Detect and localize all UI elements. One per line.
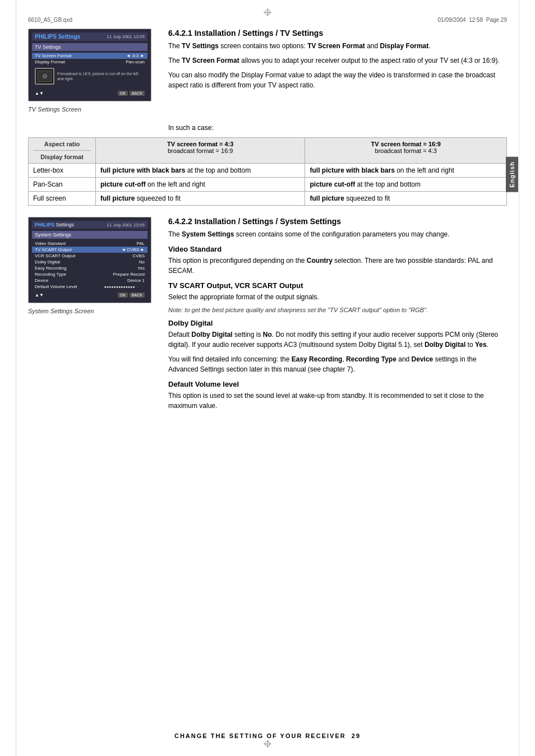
- sm-vcrscart-label: VCR SCART Output: [35, 253, 75, 258]
- table-row-panscan: Pan-Scan picture cut-off on the left and…: [29, 178, 507, 192]
- back-btn[interactable]: BACK: [130, 91, 145, 96]
- sm-row-vcrscart: VCR SCART Output CVBS: [32, 253, 147, 259]
- sm-rectype-val: Prepare Record: [113, 272, 145, 277]
- sm-device-label: Device: [35, 278, 48, 283]
- section-642-1-heading: 6.4.2.1 Installation / Settings / TV Set…: [168, 29, 507, 38]
- sm-header: PHILIPS Settings 11 July 2001 13:05: [32, 221, 147, 229]
- tv-row-1-controls: ◄ 4:3 ►: [126, 53, 145, 58]
- sm-ok-btn[interactable]: OK: [118, 293, 128, 298]
- sm-dolby-label: Dolby Digital: [35, 259, 60, 265]
- tv-row-2-label: Display Format: [35, 59, 65, 64]
- sm-dolby-val: No: [139, 259, 145, 265]
- header-filename: 6610_A5_GB.qxd: [28, 17, 72, 23]
- bottom-section: PHILIPS Settings 11 July 2001 13:05 Syst…: [28, 217, 507, 415]
- table-row-fullscreen-col1: full picture squeezed to fit: [96, 192, 305, 206]
- tv-scart-note: Note: to get the best picture quality an…: [168, 307, 507, 313]
- english-tab-container: English: [506, 157, 518, 192]
- sm-nav: ▲▼: [35, 293, 44, 298]
- mockup-footer: ▲▼ OK BACK: [32, 89, 147, 98]
- table-row-fullscreen: Full screen full picture squeezed to fit…: [29, 192, 507, 206]
- sm-row-tvscart: TV SCART Output ◄ CVBS ►: [32, 247, 147, 253]
- sm-btns: OK BACK: [118, 293, 145, 298]
- sm-back-btn[interactable]: BACK: [130, 293, 145, 298]
- page: 6610_A5_GB.qxd 01/09/2004 12:58 Page 29 …: [0, 0, 535, 756]
- sm-rectype-label: Recording Type: [35, 272, 66, 277]
- dolby-text-1: Default Dolby Digital setting is No. Do …: [168, 330, 507, 350]
- right-text-top: 6.4.2.1 Installation / Settings / TV Set…: [168, 29, 507, 95]
- table-row-panscan-label: Pan-Scan: [29, 178, 96, 192]
- sm-device-val: Device 1: [127, 278, 145, 283]
- english-tab: English: [506, 157, 518, 192]
- section-642-2-intro: The System Settings screen contains some…: [168, 229, 507, 239]
- registration-mark-top: [264, 8, 271, 16]
- sm-vcrscart-val: CVBS: [132, 253, 145, 258]
- sm-easyrec-label: Easy Recording: [35, 266, 66, 271]
- sm-row-easyrec: Easy Recording Yes: [32, 265, 147, 271]
- tv-screen: [38, 71, 52, 82]
- table-col2-header: TV screen format = 16:9 broadcast format…: [305, 138, 507, 164]
- tv-section-title: TV Settings: [32, 43, 147, 51]
- mockup-nav: ▲▼: [35, 91, 44, 96]
- page-footer: CHANGE THE SETTING OF YOUR RECEIVER 29: [0, 732, 535, 739]
- tv-settings-mockup: PHILIPS Settings 11 July 2001 13:05 TV S…: [28, 29, 151, 101]
- sub-tv-scart: TV SCART Output, VCR SCART Output: [168, 281, 507, 290]
- table-row-letterbox-col1: full picture with black bars at the top …: [96, 164, 305, 178]
- table-row-letterbox: Letter-box full picture with black bars …: [29, 164, 507, 178]
- system-settings-mockup: PHILIPS Settings 11 July 2001 13:05 Syst…: [28, 217, 151, 303]
- sm-tvscart-controls: ◄ CVBS ►: [121, 247, 145, 252]
- sm-volume-label: Default Volume Level: [35, 284, 77, 289]
- default-vol-text: This option is used to set the sound lev…: [168, 391, 507, 411]
- sm-datetime: 11 July 2001 13:05: [107, 222, 145, 228]
- margin-line-right: [519, 0, 519, 756]
- table-row-fullscreen-col2: full picture squeezed to fit: [305, 192, 507, 206]
- sm-row-video: Video Standard PAL: [32, 240, 147, 247]
- ok-btn[interactable]: OK: [118, 91, 128, 96]
- mockup-body: If broadcast is 16:9, picture is cut off…: [32, 65, 147, 87]
- table-col1-header: TV screen format = 4:3 broadcast format …: [96, 138, 305, 164]
- tv-row-2: Display Format Pan-scan: [32, 59, 147, 65]
- sub-default-vol: Default Volume level: [168, 380, 507, 388]
- table-corner: Aspect ratio Display format: [29, 138, 96, 164]
- table-row-panscan-col2: picture cut-off at the top and bottom: [305, 178, 507, 192]
- tv-row-2-value: Pan-scan: [126, 59, 145, 64]
- header-bar: 6610_A5_GB.qxd 01/09/2004 12:58 Page 29: [28, 17, 507, 23]
- video-standard-text: This option is preconfigured depending o…: [168, 256, 507, 276]
- sm-brand: PHILIPS Settings: [35, 222, 74, 228]
- sm-tvscart-label: TV SCART Output: [35, 247, 72, 252]
- circle-reg-top: [265, 10, 270, 15]
- sm-section-title: System Settings: [32, 231, 147, 239]
- system-screen-label: System Settings Screen: [28, 308, 157, 314]
- crosshair-bottom: [264, 740, 271, 748]
- mockup-btns: OK BACK: [118, 91, 145, 96]
- aspect-table: Aspect ratio Display format TV screen fo…: [28, 137, 507, 206]
- header-datetime: 01/09/2004 12:58 Page 29: [438, 17, 507, 23]
- table-row-panscan-col1: picture cut-off on the left and right: [96, 178, 305, 192]
- table-row-letterbox-col2: full picture with black bars on the left…: [305, 164, 507, 178]
- tv-scart-text: Select the appropriate format of the out…: [168, 292, 507, 302]
- section-642-1-p2: The TV Screen Format allows you to adapt…: [168, 55, 507, 66]
- sm-row-volume: Default Volume Level ●●●●●●●●●●●●●······…: [32, 284, 147, 290]
- dolby-text-2: You will find detailed info concerning: …: [168, 354, 507, 374]
- brand-label: PHILIPS Settings: [35, 34, 80, 40]
- sm-row-dolby: Dolby Digital No: [32, 259, 147, 265]
- tv-row-1: TV Screen Format ◄ 4:3 ►: [32, 53, 147, 59]
- sm-volume-slider: ●●●●●●●●●●●●●·········: [104, 285, 145, 289]
- table-row-fullscreen-label: Full screen: [29, 192, 96, 206]
- sm-easyrec-val: Yes: [137, 266, 145, 271]
- sub-video-standard: Video Standard: [168, 245, 507, 253]
- tv-screen-label: TV Settings Screen: [28, 106, 157, 113]
- mockup-brand-area: PHILIPS Settings: [35, 34, 80, 40]
- mockup-body-text: If broadcast is 16:9, picture is cut off…: [57, 71, 145, 81]
- margin-line-left: [16, 0, 16, 756]
- in-such-case-label: In such a case:: [168, 124, 507, 132]
- in-such-case-area: In such a case:: [168, 124, 507, 132]
- left-col-top: PHILIPS Settings 11 July 2001 13:05 TV S…: [28, 29, 157, 121]
- sm-video-val: PAL: [136, 241, 145, 246]
- mockup-date-time: 11 July 2001 13:05: [107, 34, 145, 39]
- table-row-letterbox-label: Letter-box: [29, 164, 96, 178]
- sub-dolby: Dolby Digital: [168, 319, 507, 327]
- right-text-bottom: 6.4.2.2 Installation / Settings / System…: [168, 217, 507, 415]
- tv-icon: [35, 68, 54, 85]
- top-section: PHILIPS Settings 11 July 2001 13:05 TV S…: [28, 29, 507, 121]
- section-642-1-p3: You can also modify the Display Format v…: [168, 70, 507, 90]
